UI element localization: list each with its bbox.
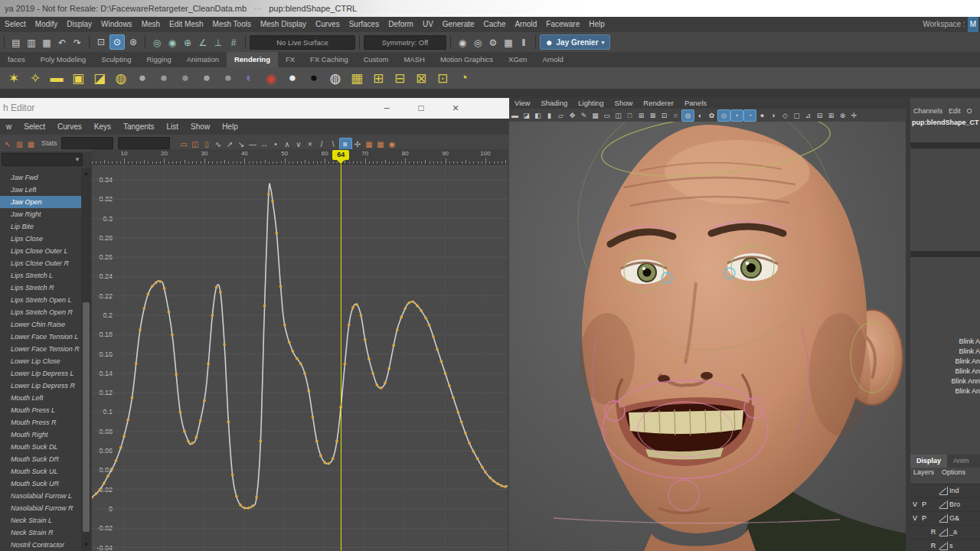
material-ball-1-icon[interactable]: ● — [132, 69, 152, 87]
ao-icon[interactable]: • — [730, 109, 743, 122]
channel-row-lips-close-outer-r[interactable]: Lips Close Outer R — [0, 257, 81, 269]
channel-row-lower-chin-raise[interactable]: Lower Chin Raise — [0, 318, 81, 331]
keyframe-dot[interactable] — [267, 193, 270, 196]
joint-xray-icon[interactable]: ⊿ — [802, 110, 814, 121]
keyframe-dot[interactable] — [440, 360, 443, 363]
channel-box-menu-o[interactable]: O — [967, 107, 972, 115]
keyframe-dot[interactable] — [448, 384, 451, 387]
snap-to-point-icon[interactable]: ⊕ — [181, 36, 194, 50]
exposure-icon[interactable]: ⊟ — [814, 110, 825, 121]
linear-tangents-icon[interactable]: ↘ — [236, 139, 247, 150]
keyframe-dot[interactable] — [147, 292, 150, 295]
ambient-light-icon[interactable]: ◍ — [111, 69, 131, 87]
menu-surfaces[interactable]: Surfaces — [345, 17, 384, 32]
channel-box-menu-edit[interactable]: Edit — [949, 107, 961, 115]
keyframe-dot[interactable] — [122, 435, 126, 438]
open-render-view-icon[interactable]: ◉ — [456, 36, 469, 50]
minimize-button[interactable]: – — [374, 98, 400, 119]
keyframe-dot[interactable] — [312, 416, 315, 419]
keyframe-dot[interactable] — [464, 432, 467, 435]
channel-row-mouth-press-l[interactable]: Mouth Press L — [0, 404, 81, 416]
menu-uv[interactable]: UV — [418, 17, 438, 32]
step-tangents-icon[interactable]: ↔ — [259, 139, 270, 150]
insert-keys-tool-icon[interactable]: ▥ — [14, 139, 25, 150]
shelf-tab-fx[interactable]: FX — [278, 52, 302, 67]
keyframe-dot[interactable] — [387, 367, 390, 370]
layer-editor-menu-options[interactable]: Options — [942, 468, 965, 476]
material-ball-5-icon[interactable]: ● — [218, 69, 238, 87]
keyframe-dot[interactable] — [199, 419, 202, 422]
shelf-tab-rendering[interactable]: Rendering — [227, 52, 278, 67]
keyframe-dot[interactable] — [207, 362, 210, 365]
resolution-gate-icon[interactable]: ◫ — [612, 110, 624, 121]
keyframe-dot[interactable] — [203, 399, 206, 403]
keyframe-dot[interactable] — [319, 455, 322, 458]
channel-row-jaw-right[interactable]: Jaw Right — [0, 208, 81, 220]
safe-title-icon[interactable]: ⊡ — [658, 110, 670, 121]
graph-editor-menu-curves[interactable]: Curves — [51, 119, 88, 135]
flat-tangents-icon[interactable]: — — [247, 139, 259, 150]
graph-editor-menu-list[interactable]: List — [161, 119, 185, 135]
keyframe-dot[interactable] — [332, 457, 335, 460]
shelf-tab-faces[interactable]: faces — [0, 52, 33, 67]
keyframe-dot[interactable] — [131, 396, 134, 399]
keyframe-dot[interactable] — [291, 350, 294, 353]
keyframe-dot[interactable] — [183, 430, 186, 433]
symmetry-dropdown[interactable]: Symmetry: Off — [364, 35, 446, 50]
clamped-tangents-icon[interactable]: ↗ — [224, 139, 236, 150]
center-current-time-icon[interactable]: ▯ — [201, 139, 213, 150]
keyframe-dot[interactable] — [492, 479, 495, 482]
graph-editor-title-bar[interactable]: h Editor – □ × — [0, 98, 509, 119]
keyframe-dot[interactable] — [142, 307, 145, 310]
select-component-icon[interactable]: ⊛ — [126, 35, 140, 49]
keyframe-dot[interactable] — [496, 482, 499, 485]
shadows-icon[interactable]: ◎ — [717, 109, 730, 122]
keyframe-dot[interactable] — [227, 420, 230, 423]
sequence-time-icon[interactable]: ✛ — [848, 110, 860, 121]
channel-row-lips-close-outer-l[interactable]: Lips Close Outer L — [0, 245, 81, 257]
channel-filter-field[interactable]: ▼ — [2, 153, 83, 166]
film-gate-icon[interactable]: ▭ — [601, 110, 612, 121]
lock-camera-icon[interactable]: ◪ — [521, 110, 532, 121]
current-time-marker-line[interactable] — [341, 159, 341, 551]
menu-mesh-tools[interactable]: Mesh Tools — [208, 17, 256, 32]
render-settings-icon[interactable]: ▦ — [501, 36, 515, 50]
channel-row-lips-stretch-open-l[interactable]: Lips Stretch Open L — [0, 294, 81, 306]
channel-attribute-row[interactable]: Blink An — [911, 367, 980, 377]
keyframe-dot[interactable] — [403, 307, 407, 310]
menu-edit-mesh[interactable]: Edit Mesh — [165, 17, 207, 32]
new-scene-icon[interactable]: ▤ — [9, 36, 23, 50]
post-infinity-cycle-icon[interactable]: ▦ — [375, 139, 387, 150]
ramp-shader-icon[interactable]: ◉ — [261, 69, 281, 87]
keyframe-dot[interactable] — [151, 285, 154, 288]
keyframe-dot[interactable] — [412, 301, 415, 304]
channel-box-tab-anim[interactable]: Anim — [947, 455, 975, 468]
layer-playback-toggle[interactable]: P — [920, 498, 929, 511]
use-background-icon[interactable]: ◍ — [325, 69, 345, 87]
keyframe-dot[interactable] — [219, 291, 222, 294]
safe-action-icon[interactable]: ⊠ — [647, 110, 658, 121]
channel-row-lips-stretch-l[interactable]: Lips Stretch L — [0, 269, 81, 282]
batch-render-icon[interactable]: ⊡ — [433, 69, 452, 87]
keyframe-dot[interactable] — [328, 462, 331, 465]
uv-grid-icon[interactable]: ▦ — [347, 69, 367, 87]
viewport-menu-renderer[interactable]: Renderer — [638, 98, 679, 109]
keyframe-dot[interactable] — [303, 372, 306, 375]
keyframe-dot[interactable] — [288, 341, 291, 344]
keyframe-dot[interactable] — [488, 477, 492, 480]
view-transform-icon[interactable]: ⊗ — [837, 110, 848, 121]
select-object-icon[interactable]: ⊙ — [109, 34, 125, 50]
menu-arnold[interactable]: Arnold — [510, 17, 541, 32]
keyframe-dot[interactable] — [323, 461, 326, 464]
current-frame-tag[interactable]: 64 — [332, 150, 349, 160]
keyframe-dot[interactable] — [271, 200, 274, 203]
channel-row-jaw-fwd[interactable]: Jaw Fwd — [0, 171, 81, 184]
channel-row-mouth-suck-ur[interactable]: Mouth Suck UR — [0, 478, 81, 490]
channel-row-lips-stretch-r[interactable]: Lips Stretch R — [0, 282, 81, 294]
display-layer-row[interactable]: VPBro — [910, 498, 980, 512]
keyframe-dot[interactable] — [179, 411, 182, 414]
layer-reference-toggle[interactable]: R — [929, 540, 938, 551]
channel-attribute-row[interactable]: Blink An — [911, 386, 980, 396]
keyframe-dot[interactable] — [371, 372, 374, 375]
keyframe-dot[interactable] — [416, 305, 419, 308]
